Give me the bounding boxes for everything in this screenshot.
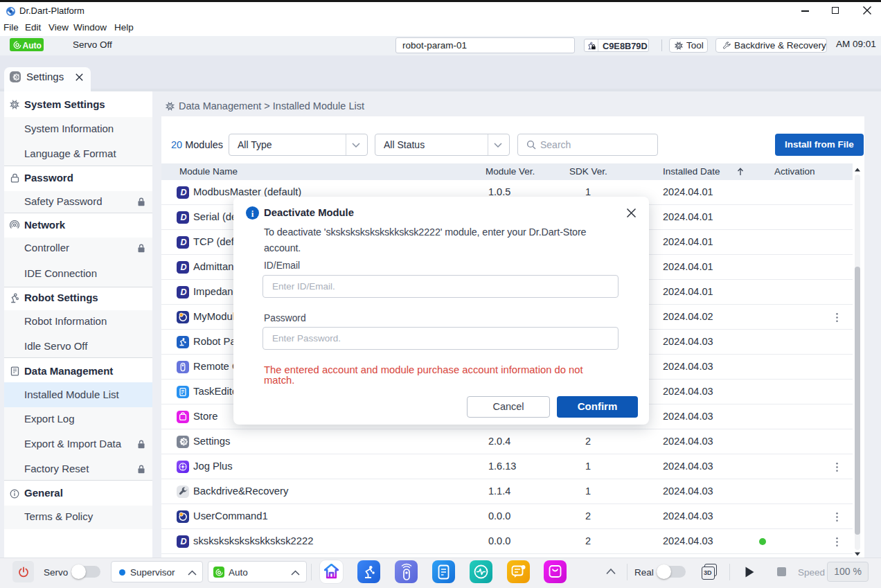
svg-text:D: D xyxy=(180,537,186,546)
svg-text:D: D xyxy=(180,213,186,222)
svg-text:D: D xyxy=(180,238,186,247)
svg-text:D: D xyxy=(180,287,186,297)
svg-text:D: D xyxy=(180,262,186,272)
svg-text:D: D xyxy=(180,188,186,197)
